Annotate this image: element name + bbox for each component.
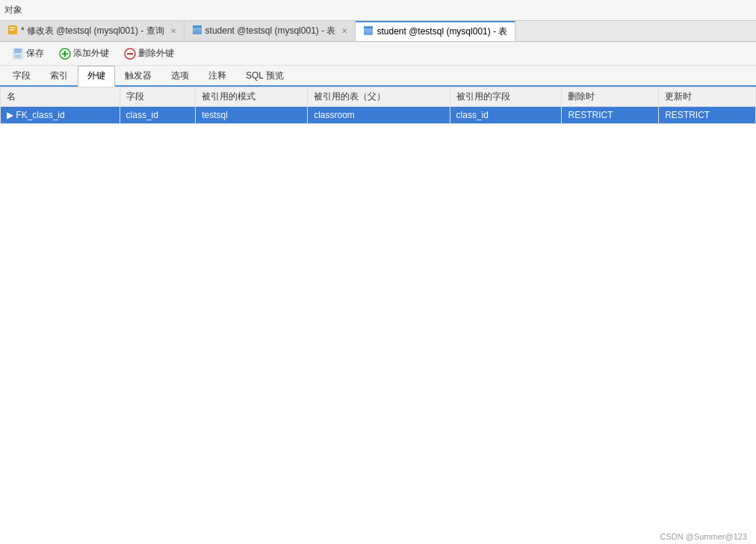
tab-student-tab1[interactable]: student @testsql (mysql001) - 表✕ [185,21,356,41]
footer-text: CSDN @Summer@123 [660,532,747,541]
fk-on-update: RESTRICT [659,107,756,124]
fk-name: ▶ FK_class_id [1,107,120,124]
svg-rect-12 [14,49,22,53]
topbar-label: 对象 [4,4,22,16]
subtab-fields[interactable]: 字段 [3,66,40,85]
tab-label: student @testsql (mysql001) - 表 [377,25,507,38]
content-area: 名字段被引用的模式被引用的表（父）被引用的字段删除时更新时 ▶ FK_class… [0,87,756,544]
remove-fk-label: 删除外键 [138,47,174,60]
tab-label: * 修改表 @testsql (mysql001) - 查询 [21,25,164,37]
foreign-keys-table: 名字段被引用的模式被引用的表（父）被引用的字段删除时更新时 ▶ FK_class… [0,87,756,124]
subtab-sqlpreview[interactable]: SQL 预览 [236,66,294,85]
tab-label: student @testsql (mysql001) - 表 [205,25,336,37]
column-header: 被引用的表（父） [308,87,450,107]
save-icon [12,48,24,60]
subtab-comments[interactable]: 注释 [199,66,236,85]
column-header: 删除时 [562,87,659,107]
add-fk-label: 添加外键 [73,47,109,60]
add-fk-button[interactable]: 添加外键 [53,45,115,62]
subtab-triggers[interactable]: 触发器 [115,66,161,85]
top-bar: 对象 [0,0,756,21]
column-header: 字段 [120,87,196,107]
save-button[interactable]: 保存 [6,45,50,62]
add-icon [59,48,71,60]
tab-student-tab2[interactable]: student @testsql (mysql001) - 表 [356,21,515,41]
svg-rect-4 [193,25,202,28]
remove-fk-button[interactable]: 删除外键 [118,45,180,62]
svg-rect-8 [364,26,373,29]
fk-field: class_id [120,107,196,124]
fk-ref-field: class_id [450,107,562,124]
column-header: 名 [1,87,120,107]
tab-icon [7,25,18,37]
column-header: 被引用的字段 [450,87,562,107]
column-header: 更新时 [659,87,756,107]
sub-tabs: 字段索引外键触发器选项注释SQL 预览 [0,66,756,87]
fk-ref-schema: testsql [196,107,308,124]
toolbar: 保存 添加外键 删除外键 [0,42,756,66]
table-row[interactable]: ▶ FK_class_idclass_idtestsqlclassroomcla… [1,107,756,124]
tab-close-icon[interactable]: ✕ [170,27,176,35]
subtab-indexes[interactable]: 索引 [40,66,78,85]
remove-icon [124,48,136,60]
column-header: 被引用的模式 [196,87,308,107]
tab-close-icon[interactable]: ✕ [341,27,347,35]
subtab-options[interactable]: 选项 [161,66,199,85]
tab-query-tab[interactable]: * 修改表 @testsql (mysql001) - 查询✕ [0,21,185,41]
save-label: 保存 [26,47,44,60]
tabs-row: * 修改表 @testsql (mysql001) - 查询✕ student … [0,21,756,42]
fk-on-delete: RESTRICT [562,107,659,124]
tab-icon [192,25,202,37]
svg-rect-13 [15,55,21,58]
subtab-foreignkeys[interactable]: 外键 [78,66,115,87]
tab-icon [363,25,374,38]
footer: CSDN @Summer@123 [651,529,756,544]
app-window: 对象 * 修改表 @testsql (mysql001) - 查询✕ stude… [0,0,756,544]
fk-ref-table: classroom [308,107,450,124]
